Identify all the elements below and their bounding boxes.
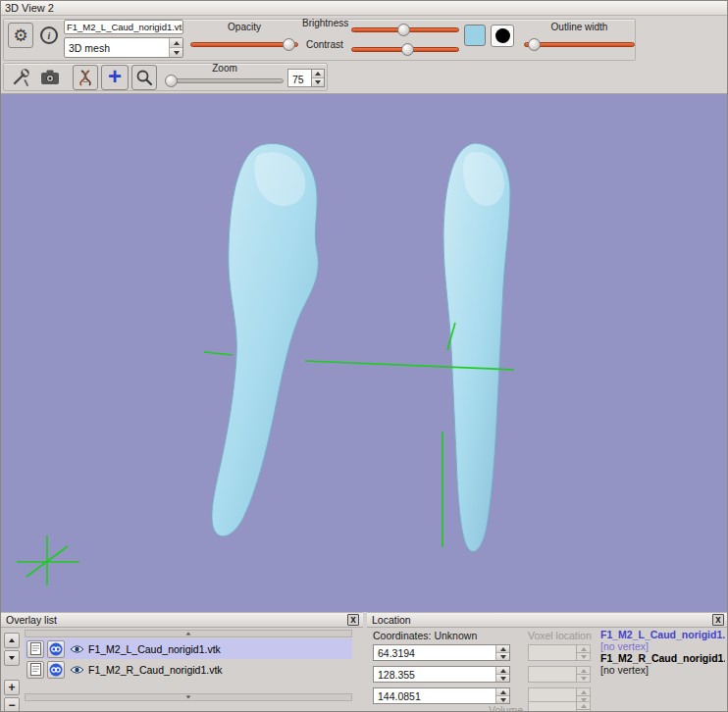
spin-down-button [577,652,590,660]
up-arrow-icon [581,690,587,694]
voxel-x-value [529,645,576,660]
snapshot-button[interactable] [37,65,63,90]
minus-icon: − [8,698,15,712]
down-arrow-icon [315,80,321,84]
gear-icon: ⚙ [13,27,27,44]
opacity-slider[interactable] [190,38,298,51]
outline-color-button[interactable] [491,25,514,47]
window-titlebar[interactable]: 3D View 2 [1,1,727,16]
mesh-file-field[interactable]: F1_M2_L_Caud_norigid1.vtk [64,20,183,34]
stepper [576,702,590,712]
opacity-slider-handle[interactable] [283,38,295,51]
spin-up-button[interactable] [496,667,509,674]
location-close-button[interactable]: x [712,614,724,626]
spin-down-button[interactable] [496,695,509,703]
brightness-slider-handle[interactable] [397,24,410,36]
mesh-type-up-button[interactable] [170,38,182,47]
overlay-list-item[interactable]: F1_M2_L_Caud_norigid1.vtk [25,638,352,659]
coordinate-y-value: 128.355 [374,667,495,682]
up-arrow-icon [186,632,191,635]
spin-up-button[interactable] [496,688,509,695]
overlay-move-down-button[interactable] [4,650,20,666]
zoom-slider-track [166,78,284,83]
down-arrow-icon [581,655,587,659]
spin-up-button [577,688,590,695]
link-button[interactable] [47,640,65,658]
spin-down-button[interactable] [496,674,509,682]
mesh-color-swatch[interactable] [464,25,486,46]
viewport-3d[interactable] [1,94,727,612]
overlay-item-label: F1_M2_R_Caud_norigid1.vtk [88,664,223,676]
outline-color-circle [495,28,510,43]
up-arrow-icon [581,669,587,673]
volume-value [529,702,576,712]
contrast-slider[interactable] [351,43,459,56]
coordinate-x-value: 64.3194 [374,645,495,660]
coordinate-x-spinbox[interactable]: 64.3194 [373,644,510,661]
crosshair-button[interactable]: + [101,65,129,90]
zoom-value-field[interactable]: 75 [287,69,312,87]
overlay-add-button[interactable]: + [4,680,20,695]
mesh-file-name: F1_M2_L_Caud_norigid1.vtk [67,22,183,32]
overlay-list-item[interactable]: F1_M2_R_Caud_norigid1.vtk [25,659,352,680]
zoom-label: Zoom [166,63,284,74]
zoom-down-button[interactable] [312,77,324,86]
file-button[interactable] [26,640,44,658]
coordinate-z-spinbox[interactable]: 144.0851 [373,687,510,704]
settings-button[interactable]: ⚙ [8,23,33,48]
outline-width-label: Outline width [524,22,635,32]
stepper [576,645,590,660]
down-arrow-icon [500,677,506,681]
zoom-up-button[interactable] [312,70,324,77]
magnify-button[interactable] [131,65,157,90]
info-button[interactable]: i [36,23,62,48]
visibility-toggle[interactable] [68,644,85,654]
down-arrow-icon [186,695,191,698]
down-arrow-icon [174,51,180,55]
location-title: Location [372,614,411,626]
vertex-status-2: [no vertex] [600,664,725,676]
overlay-scroll-up[interactable] [25,630,352,637]
up-arrow-icon [9,638,15,642]
file-button[interactable] [26,661,44,679]
outline-width-slider[interactable] [524,38,635,51]
up-arrow-icon [500,669,506,673]
overlay-remove-button[interactable]: − [4,697,20,712]
brightness-slider[interactable] [351,24,459,36]
overlay-scroll-down[interactable] [25,693,352,701]
coordinates-label: Coordinates: Unknown [373,630,477,641]
right-caudate-mesh[interactable] [443,143,510,551]
overlay-list-close-button[interactable]: x [347,614,359,626]
dna-button[interactable] [73,65,98,90]
left-caudate-mesh[interactable] [212,143,318,535]
spin-down-button [577,674,590,682]
zoom-value: 75 [292,74,304,85]
stepper [576,667,590,682]
brightness-label: Brightness [302,18,348,28]
outline-width-slider-handle[interactable] [528,38,541,51]
viewport-canvas [1,94,727,612]
spin-up-button[interactable] [496,645,509,652]
zoom-slider[interactable] [166,75,284,87]
voxel-y-value [529,667,576,682]
link-button[interactable] [47,661,65,679]
down-arrow-icon [500,698,506,702]
visibility-toggle[interactable] [68,665,85,675]
dna-icon [77,69,94,86]
vertex-status-1: [no vertex] [600,640,725,652]
spin-down-button[interactable] [496,652,509,660]
mesh-type-value: 3D mesh [65,38,169,57]
contrast-slider-handle[interactable] [401,43,414,56]
tools-button[interactable] [8,65,33,90]
coordinate-y-spinbox[interactable]: 128.355 [373,666,510,683]
zoom-slider-handle[interactable] [165,75,178,87]
down-arrow-icon [9,656,15,660]
up-arrow-icon [581,647,587,651]
mesh-type-select[interactable]: 3D mesh [64,37,183,58]
overlay-move-up-button[interactable] [4,633,20,648]
mesh-type-down-button[interactable] [170,47,182,57]
plus-icon: + [108,65,122,88]
overlay-item-label: F1_M2_L_Caud_norigid1.vtk [88,643,221,655]
close-icon: x [350,614,356,625]
volume-spinbox [528,701,591,712]
